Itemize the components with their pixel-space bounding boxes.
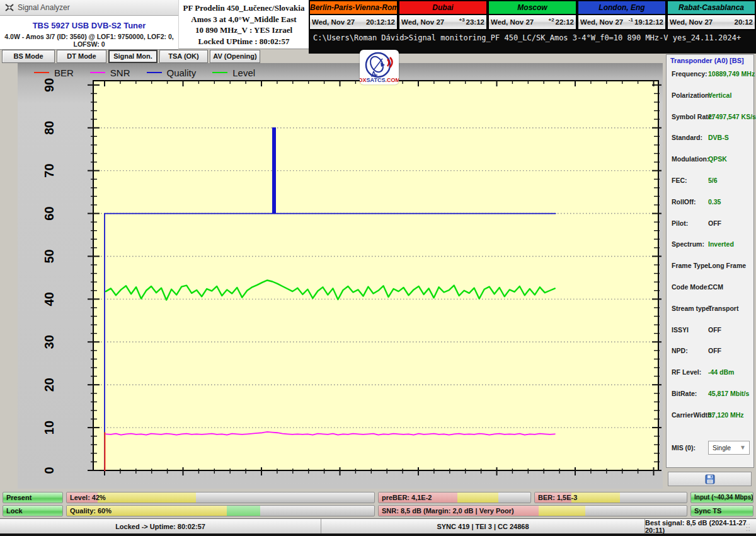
transponder-label: Frame Type: bbox=[672, 262, 711, 269]
y-axis-label: 20 bbox=[42, 378, 56, 392]
clock-time: 20:12 bbox=[735, 18, 753, 26]
transponder-value: OFF bbox=[708, 326, 721, 334]
reception-note: PF Prodelin 450_Lučenec/Slovakia Amos 3 … bbox=[178, 0, 309, 49]
legend-swatch-quality bbox=[147, 72, 162, 73]
transponder-row: Code Mode:CCM bbox=[667, 283, 753, 292]
chart-legend: BERSNRQualityLevel bbox=[34, 65, 255, 80]
legend-label: BER bbox=[54, 67, 74, 78]
tab-av-opening-[interactable]: AV (Opening) bbox=[210, 50, 260, 63]
y-axis-label: 50 bbox=[42, 249, 56, 263]
monitor-bars-row1: PresentLevel: 42%preBER: 4,1E-2BER: 1,5E… bbox=[3, 492, 753, 503]
y-axis-label: 30 bbox=[42, 335, 56, 349]
window-title: Signal Analyzer bbox=[18, 3, 70, 12]
transponder-row: Frequency:10889,749 MHz bbox=[667, 70, 753, 79]
legend-label: Quality bbox=[167, 67, 197, 78]
transponder-row: Standard:DVB-S bbox=[667, 134, 753, 143]
clock-city: London, Eng bbox=[577, 0, 667, 15]
note-line: Amos 3 at 4,0°W_Middle East bbox=[179, 14, 309, 25]
transponder-row: RF Level:-44 dBm bbox=[667, 368, 753, 377]
transponder-row: CarrierWidth:37,120 MHz bbox=[667, 411, 753, 420]
floppy-disk-icon bbox=[705, 474, 715, 484]
terminal-command-text: C:\Users\Roman Dávid>Signal monitoring_P… bbox=[313, 33, 752, 42]
legend-item: SNR bbox=[90, 67, 130, 78]
bar-label: preBER: 4,1E-2 bbox=[382, 492, 432, 503]
transponder-label: Stream type: bbox=[672, 305, 712, 312]
transponder-label: RF Level: bbox=[672, 368, 701, 376]
indicator-present: Present bbox=[3, 492, 63, 503]
note-line: PF Prodelin 450_Lučenec/Slovakia bbox=[179, 3, 309, 14]
clock-date: Wed, Nov 27 bbox=[312, 18, 355, 26]
transponder-value: DVB-S bbox=[708, 134, 729, 141]
monitor-bars-row2: LockQuality: 60%SNR: 8,5 dB (Margin: 2,0… bbox=[3, 505, 753, 516]
progress-quality: Quality: 60% bbox=[66, 505, 375, 516]
clock-utc-offset: +2 bbox=[534, 17, 555, 23]
indicator-sync-ts: Sync TS bbox=[690, 505, 753, 516]
note-line: Locked UPtime : 80:02:57 bbox=[179, 36, 309, 47]
y-axis-label: 40 bbox=[42, 292, 56, 306]
y-axis-label: 10 bbox=[42, 421, 56, 434]
logo-text-com: .COM bbox=[385, 77, 399, 83]
transponder-row: RollOff:0.35 bbox=[667, 198, 753, 207]
window-bottom-edge bbox=[0, 533, 756, 536]
clock-date: Wed, Nov 27 bbox=[401, 18, 444, 26]
legend-swatch-ber bbox=[34, 72, 49, 73]
window-titlebar: Signal Analyzer bbox=[0, 0, 178, 16]
transponder-row: Modulation:QPSK bbox=[667, 155, 753, 164]
transponder-value: CCM bbox=[708, 283, 723, 291]
mis-label: MIS (0): bbox=[672, 444, 696, 452]
transponder-row: FEC:5/6 bbox=[667, 177, 753, 185]
bar-segment-yellow bbox=[98, 492, 196, 503]
bar-segment-yellow bbox=[539, 506, 585, 516]
legend-item: Level bbox=[212, 67, 255, 78]
transponder-value: Vertical bbox=[708, 91, 731, 99]
progress-snr: SNR: 8,5 dB (Margin: 2,0 dB | Very Poor) bbox=[378, 505, 687, 516]
bar-label: SNR: 8,5 dB (Margin: 2,0 dB | Very Poor) bbox=[382, 506, 514, 516]
transponder-row: BitRate:45,817 Mbit/s bbox=[667, 390, 753, 399]
indicator-lock: Lock bbox=[3, 505, 63, 516]
transponder-value: 0.35 bbox=[708, 198, 721, 206]
mis-dropdown[interactable]: Single ▼ bbox=[708, 441, 750, 455]
transponder-label: RollOff: bbox=[672, 198, 696, 206]
clock-utc-offset: -1 bbox=[623, 17, 634, 23]
y-axis-label: 90 bbox=[42, 78, 56, 92]
clock-cell: Berlin-Paris-Vienna-RomaWed, Nov 2720:12… bbox=[309, 0, 398, 30]
clock-city: Moscow bbox=[488, 0, 577, 15]
tuner-info-panel: TBS 5927 USB DVB-S2 Tuner 4.0W - Amos 3/… bbox=[0, 16, 178, 50]
clock-time: 23:12 bbox=[466, 18, 484, 26]
transponder-row: Spectrum:Inverted bbox=[667, 240, 753, 249]
transponder-label: NPD: bbox=[672, 347, 688, 354]
transponder-row: Pilot:OFF bbox=[667, 219, 753, 228]
tab-dt-mode[interactable]: DT Mode bbox=[57, 50, 106, 63]
clock-city: Rabat-Casablanca bbox=[667, 0, 756, 15]
world-clocks: Berlin-Paris-Vienna-RomaWed, Nov 2720:12… bbox=[309, 0, 756, 30]
mis-row: MIS (0): Single ▼ bbox=[667, 441, 753, 455]
bar-label: Lock bbox=[6, 506, 23, 516]
transponder-value: 10889,749 MHz bbox=[708, 70, 755, 78]
clock-city: Berlin-Paris-Vienna-Roma bbox=[309, 0, 398, 15]
transponder-label: Modulation: bbox=[672, 155, 709, 163]
clock-datetime: Wed, Nov 27+222:12 bbox=[488, 15, 577, 30]
clock-datetime: Wed, Nov 2720:12:12 bbox=[309, 15, 398, 30]
clock-cell: Rabat-CasablancaWed, Nov 2720:12 bbox=[667, 0, 756, 30]
transponder-row: NPD:OFF bbox=[667, 347, 753, 356]
legend-item: Quality bbox=[147, 67, 197, 78]
tab-bs-mode[interactable]: BS Mode bbox=[2, 50, 55, 63]
logo-text-dx: DX bbox=[360, 77, 367, 83]
resize-grip[interactable]: .. .. .. bbox=[746, 521, 755, 531]
transponder-label: ISSYI bbox=[672, 326, 689, 334]
status-sync-counters: SYNC 419 | TEI 3 | CC 24868 bbox=[321, 519, 645, 533]
transponder-panel: Transponder (A0) [BS] Frequency:10889,74… bbox=[666, 54, 754, 468]
clock-datetime: Wed, Nov 27+323:12 bbox=[398, 15, 488, 30]
tuner-config: 4.0W - Amos 3/7 (ID: 3560) @ LOF1: 97500… bbox=[0, 33, 178, 48]
save-button[interactable] bbox=[668, 472, 752, 486]
legend-item: BER bbox=[34, 67, 74, 78]
tab-tsa-ok-[interactable]: TSA (OK) bbox=[159, 50, 208, 63]
bar-segment-green bbox=[227, 506, 261, 516]
bar-label: Quality: 60% bbox=[70, 506, 112, 516]
transponder-label: FEC: bbox=[672, 177, 687, 184]
transponder-label: Pilot: bbox=[672, 219, 688, 227]
transponder-value: Long Frame bbox=[708, 262, 746, 269]
tab-signal-mon-[interactable]: Signal Mon. bbox=[108, 50, 158, 63]
status-lock-uptime: Locked -> Uptime: 80:02:57 bbox=[0, 519, 321, 533]
clock-utc-offset: +3 bbox=[444, 17, 466, 23]
